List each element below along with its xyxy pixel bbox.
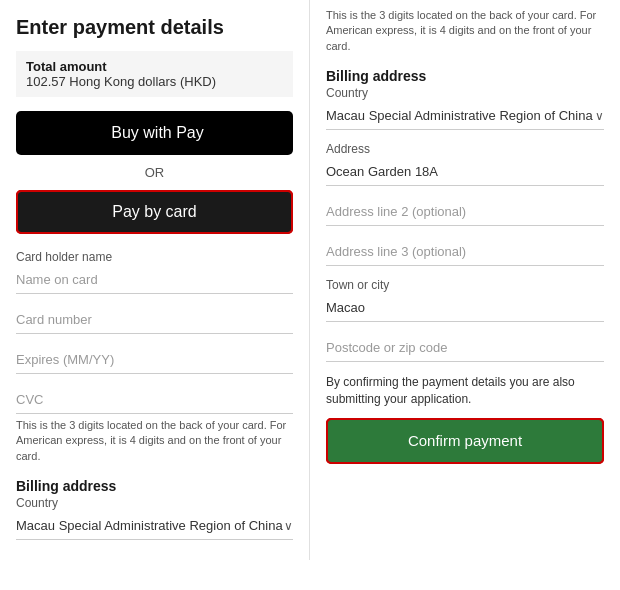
left-panel: Enter payment details Total amount 102.5… [0,0,310,560]
total-value: 102.57 Hong Kong dollars (HKD) [26,74,283,89]
town-label: Town or city [326,278,604,292]
country-select-left[interactable]: Macau Special Administrative Region of C… [16,512,293,540]
billing-title-right: Billing address [326,68,604,84]
address-label: Address [326,142,604,156]
total-amount-box: Total amount 102.57 Hong Kong dollars (H… [16,51,293,97]
confirm-note: By confirming the payment details you ar… [326,374,604,408]
or-divider: OR [16,165,293,180]
address-input[interactable] [326,158,604,186]
chevron-down-icon-right: ∨ [595,109,604,123]
country-select-right[interactable]: Macau Special Administrative Region of C… [326,102,604,130]
country-value-left: Macau Special Administrative Region of C… [16,518,284,533]
card-holder-input[interactable] [16,266,293,294]
confirm-payment-button[interactable]: Confirm payment [326,418,604,464]
expires-input[interactable] [16,346,293,374]
postcode-input[interactable] [326,334,604,362]
address3-input[interactable] [326,238,604,266]
country-value-right: Macau Special Administrative Region of C… [326,108,595,123]
address2-input[interactable] [326,198,604,226]
cvc-input[interactable] [16,386,293,414]
total-label: Total amount [26,59,283,74]
apple-pay-label: Buy with Pay [111,124,203,142]
apple-pay-button[interactable]: Buy with Pay [16,111,293,155]
page-title: Enter payment details [16,16,293,39]
right-top-note: This is the 3 digits located on the back… [326,8,604,54]
card-number-input[interactable] [16,306,293,334]
card-holder-label: Card holder name [16,250,293,264]
chevron-down-icon-left: ∨ [284,519,293,533]
town-input[interactable] [326,294,604,322]
country-label-left: Country [16,496,293,510]
pay-by-card-button[interactable]: Pay by card [16,190,293,234]
cvc-help-text: This is the 3 digits located on the back… [16,418,293,464]
country-label-right: Country [326,86,604,100]
right-panel: This is the 3 digits located on the back… [310,0,620,560]
billing-title-left: Billing address [16,478,293,494]
